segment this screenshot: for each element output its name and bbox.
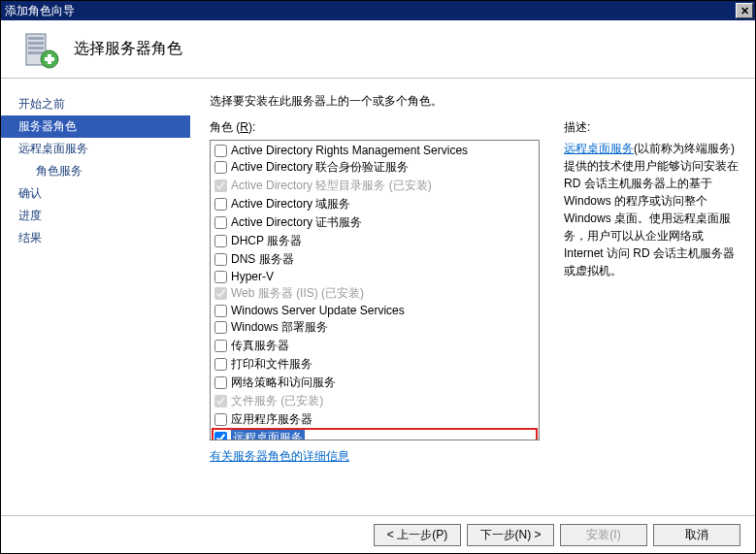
description-text: 远程桌面服务(以前称为终端服务)提供的技术使用户能够访问安装在 RD 会话主机服…	[564, 140, 740, 279]
window-title: 添加角色向导	[5, 3, 736, 19]
instruction-text: 选择要安装在此服务器上的一个或多个角色。	[210, 93, 740, 110]
role-label: Active Directory 证书服务	[231, 214, 362, 231]
main-panel: 选择要安装在此服务器上的一个或多个角色。 角色 (R): Active Dire…	[190, 79, 755, 515]
role-checkbox	[214, 287, 227, 300]
role-checkbox	[214, 395, 227, 407]
role-row[interactable]: Active Directory 证书服务	[213, 213, 537, 232]
role-row[interactable]: 网络策略和访问服务	[213, 374, 537, 392]
svg-rect-3	[28, 47, 44, 49]
description-link[interactable]: 远程桌面服务	[564, 142, 634, 155]
role-checkbox[interactable]	[214, 145, 227, 157]
role-checkbox[interactable]	[214, 340, 227, 352]
sidebar-item[interactable]: 角色服务	[1, 160, 190, 182]
role-row: 文件服务 (已安装)	[213, 392, 537, 410]
role-checkbox[interactable]	[214, 216, 227, 229]
role-row[interactable]: 打印和文件服务	[213, 355, 537, 374]
role-row[interactable]: DNS 服务器	[213, 250, 537, 269]
role-row[interactable]: Hyper-V	[213, 269, 537, 284]
role-checkbox[interactable]	[214, 235, 227, 247]
description-column: 描述: 远程桌面服务(以前称为终端服务)提供的技术使用户能够访问安装在 RD 会…	[540, 119, 740, 515]
svg-rect-7	[45, 57, 54, 61]
role-label: Hyper-V	[231, 270, 274, 283]
role-row[interactable]: Active Directory 域服务	[213, 195, 537, 213]
role-label: 打印和文件服务	[231, 356, 312, 373]
titlebar: 添加角色向导 ✕	[1, 1, 755, 20]
wizard-body: 开始之前服务器角色远程桌面服务角色服务确认进度结果 选择要安装在此服务器上的一个…	[1, 79, 755, 515]
roles-label: 角色 (R):	[210, 119, 540, 136]
role-checkbox[interactable]	[214, 271, 227, 283]
role-row[interactable]: Windows Server Update Services	[213, 303, 537, 318]
role-label: 文件服务 (已安装)	[231, 393, 323, 409]
install-button: 安装(I)	[560, 524, 647, 546]
role-label: Web 服务器 (IIS) (已安装)	[231, 285, 364, 302]
role-label: 网络策略和访问服务	[231, 375, 336, 391]
role-checkbox[interactable]	[214, 253, 227, 266]
role-label: Active Directory 域服务	[231, 196, 350, 212]
role-label: DNS 服务器	[231, 251, 294, 268]
role-checkbox[interactable]	[214, 161, 227, 174]
svg-rect-2	[28, 42, 44, 45]
role-row[interactable]: DHCP 服务器	[213, 232, 537, 250]
role-checkbox[interactable]	[214, 358, 227, 371]
sidebar-item[interactable]: 确认	[1, 182, 190, 205]
role-row[interactable]: 传真服务器	[213, 337, 537, 355]
sidebar-item[interactable]: 进度	[1, 205, 190, 227]
role-label: 远程桌面服务	[231, 430, 305, 440]
sidebar-item[interactable]: 服务器角色	[1, 115, 190, 138]
previous-button[interactable]: < 上一步(P)	[374, 524, 461, 546]
role-checkbox[interactable]	[214, 198, 227, 211]
role-checkbox	[214, 179, 227, 192]
more-info-link[interactable]: 有关服务器角色的详细信息	[210, 448, 540, 465]
role-label: 传真服务器	[231, 338, 289, 354]
roles-column: 角色 (R): Active Directory Rights Manageme…	[210, 119, 540, 515]
role-row: Web 服务器 (IIS) (已安装)	[213, 284, 537, 303]
svg-rect-4	[28, 51, 44, 54]
role-label: Active Directory Rights Management Servi…	[231, 144, 468, 157]
sidebar: 开始之前服务器角色远程桌面服务角色服务确认进度结果	[1, 79, 190, 515]
cancel-button[interactable]: 取消	[653, 524, 740, 546]
role-row[interactable]: Active Directory 联合身份验证服务	[213, 158, 537, 177]
role-label: Active Directory 联合身份验证服务	[231, 159, 409, 176]
server-role-icon	[20, 30, 59, 69]
role-row[interactable]: Active Directory Rights Management Servi…	[213, 143, 537, 158]
wizard-header: 选择服务器角色	[1, 20, 755, 79]
sidebar-item[interactable]: 开始之前	[1, 93, 190, 115]
wizard-footer: < 上一步(P) 下一步(N) > 安装(I) 取消	[1, 515, 755, 554]
role-row[interactable]: 应用程序服务器	[213, 410, 537, 429]
description-title: 描述:	[564, 119, 740, 136]
page-title: 选择服务器角色	[74, 39, 182, 59]
next-button[interactable]: 下一步(N) >	[467, 524, 554, 546]
role-checkbox[interactable]	[214, 376, 227, 389]
role-label: Windows 部署服务	[231, 319, 328, 336]
role-row[interactable]: 远程桌面服务	[213, 429, 537, 440]
role-label: Active Directory 轻型目录服务 (已安装)	[231, 178, 432, 194]
role-checkbox[interactable]	[214, 413, 227, 426]
content-columns: 角色 (R): Active Directory Rights Manageme…	[210, 119, 740, 515]
role-label: Windows Server Update Services	[231, 304, 405, 317]
role-checkbox[interactable]	[214, 432, 227, 440]
sidebar-item[interactable]: 结果	[1, 227, 190, 249]
close-button[interactable]: ✕	[736, 3, 753, 18]
sidebar-item[interactable]: 远程桌面服务	[1, 138, 190, 160]
role-row: Active Directory 轻型目录服务 (已安装)	[213, 177, 537, 195]
role-label: DHCP 服务器	[231, 233, 302, 249]
role-checkbox[interactable]	[214, 321, 227, 334]
roles-listbox[interactable]: Active Directory Rights Management Servi…	[210, 140, 540, 440]
role-row[interactable]: Windows 部署服务	[213, 318, 537, 337]
role-label: 应用程序服务器	[231, 411, 312, 428]
role-checkbox[interactable]	[214, 305, 227, 317]
svg-rect-1	[28, 37, 44, 40]
